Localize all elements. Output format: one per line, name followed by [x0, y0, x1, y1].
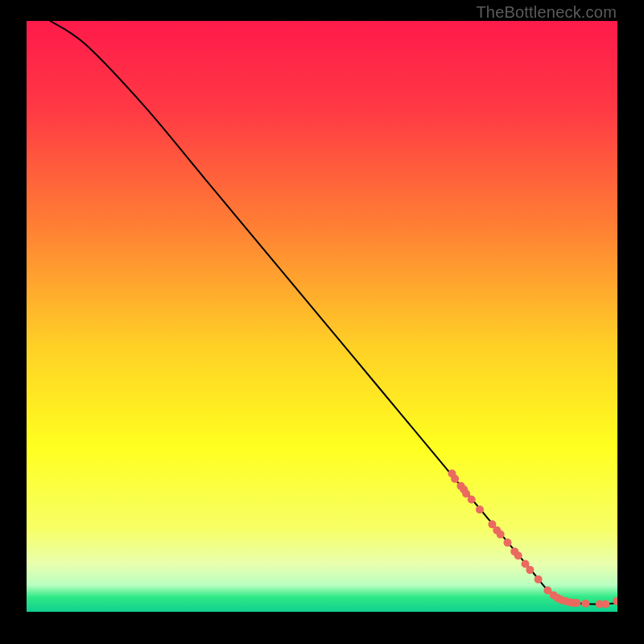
highlighted-point — [451, 475, 459, 483]
highlighted-point — [581, 600, 589, 608]
highlighted-point — [476, 506, 484, 514]
highlighted-point — [526, 566, 534, 574]
chart-plot-area — [27, 21, 617, 612]
highlighted-point — [535, 576, 543, 584]
highlighted-point — [601, 600, 609, 608]
highlighted-point — [514, 551, 522, 559]
highlighted-point — [468, 496, 476, 504]
highlighted-point — [503, 539, 511, 547]
chart-background — [27, 21, 617, 612]
highlighted-point — [572, 599, 580, 607]
highlighted-point — [497, 530, 505, 539]
watermark-text: TheBottleneck.com — [476, 3, 617, 22]
chart-svg — [27, 21, 617, 612]
